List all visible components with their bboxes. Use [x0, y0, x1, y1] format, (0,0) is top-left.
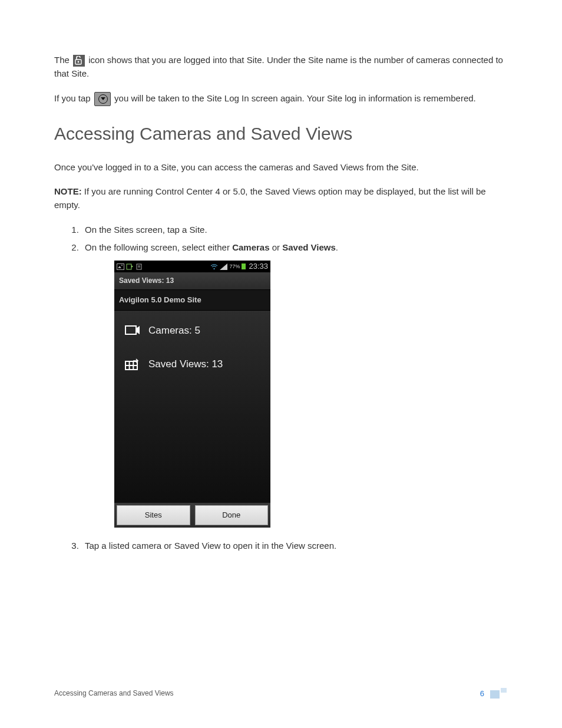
- phone-statusbar: 77% 23:33: [114, 261, 270, 272]
- steps-list: On the Sites screen, tap a Site. On the …: [54, 222, 508, 553]
- battery-percent: 77%: [229, 262, 240, 271]
- section-heading: Accessing Cameras and Saved Views: [54, 124, 508, 144]
- footer-title: Accessing Cameras and Saved Views: [54, 689, 174, 697]
- dropdown-icon: [94, 92, 111, 106]
- paragraph-note: NOTE: If you are running Control Center …: [54, 185, 508, 212]
- svg-marker-10: [220, 263, 227, 270]
- status-time: 23:33: [249, 260, 268, 273]
- picture-icon: [117, 263, 124, 270]
- step-1: On the Sites screen, tap a Site.: [81, 222, 508, 238]
- wifi-icon: [210, 263, 218, 270]
- phone-subtitle: Avigilon 5.0 Demo Site: [114, 290, 270, 311]
- svg-point-1: [78, 61, 80, 63]
- text: The: [54, 55, 72, 65]
- menu-item-label: Cameras: 5: [148, 322, 200, 340]
- done-button[interactable]: Done: [195, 505, 269, 525]
- camera-icon: [125, 324, 140, 337]
- page-footer: Accessing Cameras and Saved Views 6: [54, 688, 508, 699]
- paragraph-intro: Once you've logged in to a Site, you can…: [54, 160, 508, 174]
- svg-rect-2: [117, 263, 124, 269]
- battery-icon: [242, 263, 246, 269]
- footer-logo: [490, 688, 508, 699]
- text-cameras: Cameras: [232, 242, 269, 252]
- page-number: 6: [480, 689, 490, 698]
- svg-point-9: [214, 268, 215, 269]
- text: or: [270, 242, 283, 252]
- paragraph-tap-dropdown: If you tap you will be taken to the Site…: [54, 91, 508, 106]
- signal-icon: [220, 263, 227, 270]
- step-3: Tap a listed camera or Saved View to ope…: [81, 538, 508, 554]
- svg-point-4: [121, 265, 123, 266]
- unlock-icon: [73, 55, 85, 67]
- note-label: NOTE:: [54, 186, 82, 196]
- text-saved-views: Saved Views: [282, 242, 336, 252]
- grid-icon: [125, 358, 140, 371]
- text: icon shows that you are logged into that…: [54, 55, 503, 78]
- doc-icon: [135, 263, 143, 270]
- menu-item-saved-views[interactable]: Saved Views: 13: [114, 348, 270, 381]
- menu-item-label: Saved Views: 13: [148, 356, 223, 373]
- phone-screenshot: 77% 23:33 Saved Views: 13 Avigilon 5.0 D…: [114, 261, 270, 527]
- svg-rect-11: [125, 326, 136, 334]
- text: On the following screen, select either: [85, 242, 232, 252]
- share-icon: [126, 263, 134, 270]
- note-text: If you are running Control Center 4 or 5…: [54, 186, 486, 210]
- step-2: On the following screen, select either C…: [81, 240, 508, 528]
- paragraph-logged-in: The icon shows that you are logged into …: [54, 53, 508, 81]
- text: you will be taken to the Site Log In scr…: [114, 93, 476, 103]
- text: If you tap: [54, 93, 93, 103]
- svg-marker-3: [118, 266, 121, 268]
- phone-bottom-bar: Sites Done: [114, 503, 270, 528]
- phone-titlebar: Saved Views: 13: [114, 272, 270, 289]
- menu-item-cameras[interactable]: Cameras: 5: [114, 314, 270, 348]
- phone-body: Cameras: 5 Saved Views: 13: [114, 311, 270, 503]
- sites-button[interactable]: Sites: [117, 505, 190, 525]
- text: .: [336, 242, 338, 252]
- svg-rect-5: [127, 264, 131, 269]
